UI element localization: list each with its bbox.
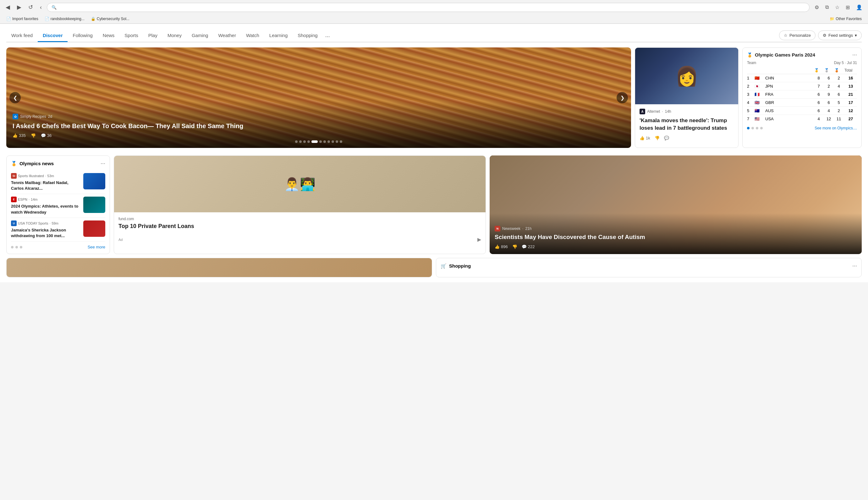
- address-bar[interactable]: 🔍: [47, 3, 810, 12]
- hero-comment-button[interactable]: 💬 36: [41, 133, 52, 138]
- folder-icon: 📁: [830, 16, 834, 21]
- news-card-more-button[interactable]: ···: [101, 160, 105, 167]
- shopping-more-button[interactable]: ···: [852, 263, 857, 269]
- tab-shopping[interactable]: Shopping: [292, 30, 322, 42]
- ad-share-button[interactable]: ▶: [477, 237, 481, 242]
- tab-following[interactable]: Following: [68, 30, 98, 42]
- other-favorites-button[interactable]: 📁 Other Favorites: [827, 16, 864, 22]
- tab-play[interactable]: Play: [143, 30, 163, 42]
- source-logo-si: SI: [11, 173, 16, 179]
- list-item[interactable]: SI Sports Illustrated · 53m Tennis Mailb…: [11, 171, 105, 194]
- ad-card[interactable]: 👨‍💼👨‍💻 fund.com Top 10 Private Parent Lo…: [114, 156, 486, 254]
- news-item-source: E ESPN · 14m: [11, 197, 80, 202]
- thumbs-up-icon: 👍: [495, 245, 500, 249]
- hero-dot-3: [303, 140, 306, 143]
- science-title: Scientists May Have Discovered the Cause…: [495, 234, 857, 241]
- hero-actions: 👍 335 👎 💬 36: [13, 133, 625, 138]
- collections-button[interactable]: ⊞: [844, 3, 852, 12]
- science-like-button[interactable]: 👍 896: [495, 245, 508, 249]
- tab-watch[interactable]: Watch: [241, 30, 264, 42]
- see-more-olympics-news-button[interactable]: See more: [88, 245, 105, 249]
- table-row[interactable]: 5 🇦🇺 AUS 6 4 2 12: [747, 107, 857, 115]
- total-count: 27: [844, 116, 857, 121]
- kamala-like-button[interactable]: 👍 1k: [639, 136, 650, 140]
- country-code: USA: [765, 116, 813, 121]
- settings-icon-button[interactable]: ⚙: [813, 3, 821, 12]
- news-thumbnail-1: [83, 173, 105, 189]
- gold-count: 8: [814, 76, 823, 80]
- forward-button[interactable]: ▶: [15, 2, 23, 12]
- gold-count: 4: [814, 116, 823, 121]
- country-code: GBR: [765, 100, 813, 105]
- total-count: 13: [844, 84, 857, 89]
- science-dislike-button[interactable]: 👎: [512, 245, 517, 249]
- list-item[interactable]: E ESPN · 14m 2024 Olympics: Athletes, ev…: [11, 194, 105, 218]
- tab-learning[interactable]: Learning: [264, 30, 292, 42]
- profile-button[interactable]: 👤: [854, 3, 864, 12]
- hero-like-button[interactable]: 👍 335: [13, 133, 26, 138]
- hero-dislike-button[interactable]: 👎: [31, 133, 36, 138]
- table-row[interactable]: 4 🇬🇧 GBR 6 6 5 17: [747, 99, 857, 107]
- table-row[interactable]: 3 🇫🇷 FRA 6 9 6 21: [747, 90, 857, 99]
- split-view-button[interactable]: ⧉: [823, 3, 831, 11]
- tab-money[interactable]: Money: [163, 30, 187, 42]
- medal-team-label: Team: [747, 61, 756, 65]
- silver-count: 9: [824, 92, 833, 97]
- tab-work-feed[interactable]: Work feed: [6, 30, 38, 42]
- refresh-button[interactable]: ↺: [26, 2, 35, 12]
- total-count: 17: [844, 100, 857, 105]
- kamala-actions: 👍 1k 👎 💬: [639, 136, 734, 140]
- medal-more-button[interactable]: ···: [852, 52, 857, 58]
- feed-settings-button[interactable]: ⚙ Feed settings ▾: [818, 31, 862, 40]
- kamala-comment-button[interactable]: 💬: [664, 136, 669, 140]
- medal-day-label: Day 5 · Jul 31: [834, 61, 857, 65]
- tab-sports[interactable]: Sports: [120, 30, 143, 42]
- table-row[interactable]: 1 🇨🇳 CHN 8 6 2 16: [747, 74, 857, 82]
- favorites-bar-item-cyber[interactable]: 🔒 Cybersecurity Sol...: [88, 16, 132, 22]
- tab-news[interactable]: News: [98, 30, 120, 42]
- kamala-article-body: A Alternet · 14h 'Kamala moves the needl…: [635, 104, 738, 145]
- shopping-card[interactable]: 🛒 Shopping ···: [436, 258, 862, 277]
- news-item-content: SI Sports Illustrated · 53m Tennis Mailb…: [11, 173, 80, 191]
- gold-count: 6: [814, 92, 823, 97]
- kamala-article[interactable]: 👩 A Alternet · 14h 'Kamala moves the nee…: [635, 47, 738, 148]
- news-dot-2: [15, 246, 18, 248]
- partial-card-left[interactable]: [6, 258, 432, 277]
- personalize-button[interactable]: ☆ Personalize: [779, 31, 815, 40]
- more-tabs-button[interactable]: ...: [323, 29, 333, 42]
- country-code: CHN: [765, 76, 813, 80]
- science-card[interactable]: N Newsweek · 21h Scientists May Have Dis…: [490, 156, 862, 254]
- back-button[interactable]: ◀: [4, 2, 12, 12]
- see-more-olympics-button[interactable]: See more on Olympics....: [815, 126, 857, 130]
- collapse-button[interactable]: ‹: [38, 3, 44, 12]
- table-row[interactable]: 2 🇯🇵 JPN 7 2 4 13: [747, 82, 857, 90]
- science-comment-button[interactable]: 💬 222: [522, 245, 535, 249]
- browser-toolbar: ◀ ▶ ↺ ‹ 🔍 ⚙ ⧉ ☆ ⊞ 👤: [0, 0, 868, 14]
- tab-gaming[interactable]: Gaming: [187, 30, 213, 42]
- hero-article[interactable]: ❮ ❯ ✿ Simply Recipes 2d I Asked 6 Chefs …: [6, 47, 631, 148]
- table-row[interactable]: 7 🇺🇸 USA 4 12 11 27: [747, 115, 857, 123]
- news-dot: ·: [45, 174, 46, 178]
- list-item[interactable]: U USA TODAY Sports · 59m Jamaica's Sheri…: [11, 218, 105, 241]
- tab-discover[interactable]: Discover: [38, 30, 68, 42]
- ad-badge: Ad: [119, 238, 123, 241]
- hero-dot-2: [299, 140, 302, 143]
- bronze-count: 6: [834, 92, 843, 97]
- silver-count: 6: [824, 76, 833, 80]
- science-actions: 👍 896 👎 💬 222: [495, 245, 857, 249]
- medal-title-row: 🏅 Olympic Games Paris 2024: [747, 52, 815, 57]
- news-source-name: USA TODAY Sports: [18, 221, 48, 225]
- favorites-bar-item-rands[interactable]: 📄 randsbookkeeping...: [42, 16, 87, 22]
- hero-content: ✿ Simply Recipes 2d I Asked 6 Chefs the …: [6, 101, 631, 148]
- favorites-bar-item-import[interactable]: 📄 Import favorites: [4, 16, 41, 22]
- medal-dot-3: [756, 127, 758, 129]
- news-thumbnail-2: [83, 197, 105, 213]
- settings-icon: ⚙: [823, 33, 826, 38]
- total-count: 21: [844, 92, 857, 97]
- thumbs-up-icon: 👍: [13, 133, 18, 138]
- kamala-dislike-button[interactable]: 👎: [655, 136, 660, 140]
- bronze-count: 11: [834, 116, 843, 121]
- tab-weather[interactable]: Weather: [213, 30, 241, 42]
- country-code: FRA: [765, 92, 813, 97]
- favorites-icon-button[interactable]: ☆: [833, 3, 841, 12]
